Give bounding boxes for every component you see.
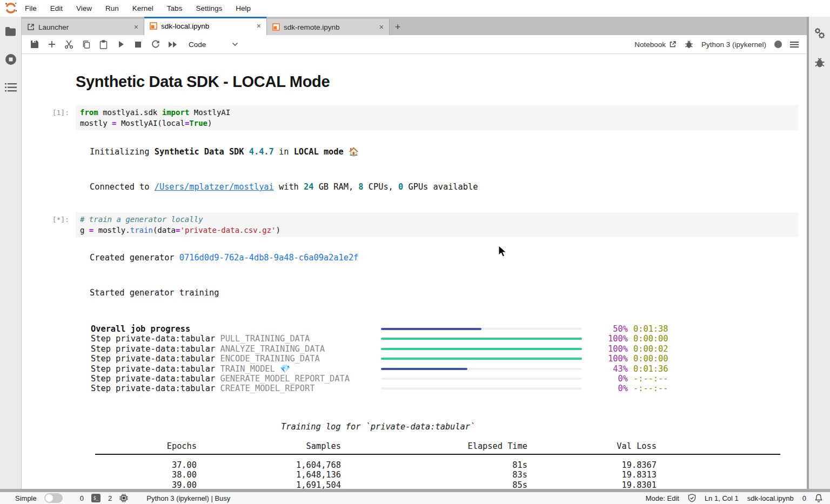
jupyterlab-window: FileEditViewRunKernelTabsSettingsHelp <box>0 0 830 504</box>
kernel-busy-indicator <box>774 41 782 48</box>
menu-item-help[interactable]: Help <box>236 4 251 12</box>
table-cell: 81s <box>341 460 527 470</box>
running-sessions-icon[interactable] <box>5 53 17 65</box>
debugger-icon[interactable] <box>814 57 826 69</box>
toolbar-right-group: Notebook Python 3 (ipykernel) <box>634 40 807 49</box>
code-cell-input[interactable]: # train a generator locallyg = mostly.tr… <box>76 212 798 237</box>
progress-time: -:--:-- <box>633 384 668 393</box>
menu-items: FileEditViewRunKernelTabsSettingsHelp <box>25 4 251 12</box>
panel-divider[interactable] <box>807 17 809 489</box>
table-cell: 1,691,504 <box>197 480 341 489</box>
output-link[interactable]: /Users/mplatzer/mostlyai <box>155 182 274 192</box>
progress-bar <box>381 387 582 389</box>
table-cell: 39.00 <box>95 480 197 489</box>
progress-row: Step private-data:tabular TRAIN_MODEL 💎4… <box>22 364 807 374</box>
status-bar: Simple 0 $_ 2 Python 3 (ipykernel) | Bus… <box>0 492 830 504</box>
kernel-name-button[interactable]: Python 3 (ipykernel) <box>701 41 766 49</box>
progress-percent: 100% <box>584 334 628 344</box>
notifications-count[interactable]: 0 <box>802 494 806 502</box>
cursor-position[interactable]: Ln 1, Col 1 <box>705 494 739 502</box>
progress-label: Step private-data:tabular PULL_TRAINING_… <box>91 334 310 344</box>
progress-percent: 0% <box>584 384 628 393</box>
property-inspector-icon[interactable] <box>814 28 826 39</box>
code-line[interactable]: mostly = MostlyAI(local=True) <box>80 118 794 129</box>
menu-item-file[interactable]: File <box>25 4 37 12</box>
tab-close-icon[interactable]: × <box>257 22 261 30</box>
progress-row: Step private-data:tabular CREATE_MODEL_R… <box>22 384 807 393</box>
progress-bar <box>381 328 582 330</box>
menu-item-edit[interactable]: Edit <box>50 4 63 12</box>
menu-item-tabs[interactable]: Tabs <box>167 4 183 12</box>
table-cell: 1,648,136 <box>197 470 341 480</box>
output-text: 0 <box>398 182 403 192</box>
notebook-external-button[interactable]: Notebook <box>634 41 677 49</box>
status-bar-left: Simple 0 $_ 2 Python 3 (ipykernel) | Bus… <box>15 493 230 503</box>
chevron-down-icon <box>232 42 238 46</box>
table-cell: 19.8313 <box>527 470 657 480</box>
menu-item-settings[interactable]: Settings <box>196 4 222 12</box>
output-text: GB RAM, <box>313 182 358 192</box>
copy-icon-button[interactable] <box>79 37 93 52</box>
code-line[interactable]: from mostlyai.sdk import MostlyAI <box>80 107 794 118</box>
progress-time: 0:00:00 <box>633 334 668 344</box>
progress-bar <box>381 348 582 350</box>
tab-label: Launcher <box>38 23 69 31</box>
tab-close-icon[interactable]: × <box>379 23 384 31</box>
table-cell: 83s <box>341 470 527 480</box>
output-text: Connected to <box>90 182 155 192</box>
output-text <box>244 147 249 157</box>
mouse-cursor <box>498 246 508 260</box>
training-log-title: Training log for `private-data:tabular` <box>281 422 475 432</box>
tab-sdk-local[interactable]: sdk-local.ipynb × <box>144 17 267 35</box>
progress-label: Step private-data:tabular GENERATE_MODEL… <box>91 374 350 384</box>
tab-close-icon[interactable]: × <box>134 23 138 31</box>
run-icon-button[interactable] <box>113 37 128 52</box>
table-of-contents-icon[interactable] <box>5 82 17 93</box>
output-text: 🏠 <box>344 147 359 157</box>
progress-label: Step private-data:tabular CREATE_MODEL_R… <box>91 384 314 393</box>
left-activity-bar <box>0 17 22 489</box>
progress-label: Step private-data:tabular ENCODE_TRAININ… <box>91 354 320 364</box>
debugger-toggle-icon[interactable] <box>685 40 693 49</box>
code-cell-input[interactable]: from mostlyai.sdk import MostlyAImostly … <box>76 105 798 130</box>
kernel-status-text[interactable]: Python 3 (ipykernel) | Busy <box>146 494 230 502</box>
menu-bar: FileEditViewRunKernelTabsSettingsHelp <box>0 0 830 16</box>
right-activity-bar <box>808 17 830 489</box>
toolbar-menu-icon[interactable] <box>790 41 799 48</box>
cell-type-dropdown[interactable]: Code <box>189 41 238 49</box>
menu-item-view[interactable]: View <box>76 4 92 12</box>
paste-icon-button[interactable] <box>96 37 111 52</box>
table-cell: 1,604,768 <box>197 460 341 470</box>
progress-step-name: CREATE_MODEL_REPORT <box>220 384 314 393</box>
new-tab-button[interactable]: + <box>390 19 406 35</box>
menu-item-run[interactable]: Run <box>105 4 119 12</box>
mode-indicator[interactable]: Mode: Edit <box>646 494 679 502</box>
active-file-name: sdk-local.ipynb <box>747 494 794 502</box>
cell-output: Started generator training <box>90 288 219 298</box>
launcher-icon <box>27 23 35 31</box>
code-line[interactable]: g = mostly.train(data='private-data.csv.… <box>80 225 794 236</box>
output-text: LOCAL mode <box>294 147 344 157</box>
tab-sdk-remote[interactable]: sdk-remote.ipynb × <box>267 19 390 35</box>
restart-run-all-icon-button[interactable] <box>165 37 180 52</box>
output-text: Created generator <box>90 253 179 263</box>
progress-row: Step private-data:tabular GENERATE_MODEL… <box>22 374 807 384</box>
stop-icon-button[interactable] <box>131 37 145 52</box>
progress-percent: 0% <box>584 374 628 384</box>
external-link-icon <box>669 41 677 48</box>
tab-launcher[interactable]: Launcher × <box>22 19 144 35</box>
restart-kernel-icon-button[interactable] <box>148 37 163 52</box>
file-browser-icon[interactable] <box>5 25 17 37</box>
kernels-count[interactable]: 2 <box>108 494 112 502</box>
cut-icon-button[interactable] <box>62 37 76 52</box>
code-line[interactable]: # train a generator locally <box>80 214 794 225</box>
save-icon-button[interactable] <box>27 37 42 52</box>
progress-time: 0:00:02 <box>633 344 668 354</box>
terminals-count[interactable]: 0 <box>80 494 84 502</box>
insert-cell-icon-button[interactable] <box>44 37 59 52</box>
progress-step-name: GENERATE_MODEL_REPORT_DATA <box>220 374 349 384</box>
simple-mode-toggle[interactable] <box>44 493 63 503</box>
progress-time: 0:01:38 <box>633 324 668 334</box>
bell-icon[interactable] <box>815 494 822 502</box>
menu-item-kernel[interactable]: Kernel <box>132 4 153 12</box>
